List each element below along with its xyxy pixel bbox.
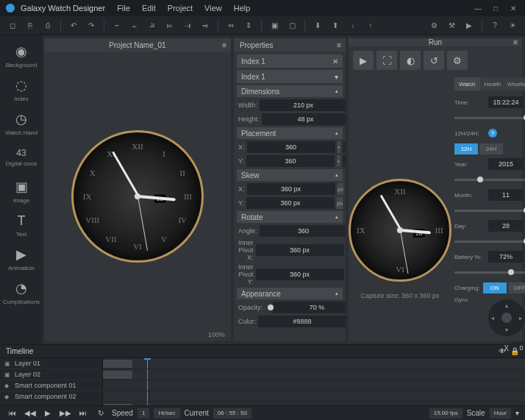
align-left-icon[interactable]: ⫟: [109, 18, 125, 33]
tool-background[interactable]: ◉Background: [3, 40, 40, 72]
tool-watch-hand[interactable]: ◷Watch Hand: [3, 107, 40, 140]
width-input[interactable]: [260, 99, 346, 111]
panel-menu-icon[interactable]: ≡: [222, 41, 226, 49]
bring-forward-icon[interactable]: ↑: [362, 18, 379, 33]
layer-row[interactable]: ◆Smart component 01: [0, 380, 102, 391]
menu-help[interactable]: Help: [234, 4, 251, 13]
toolbar-save[interactable]: ⎙: [40, 18, 56, 33]
month-slider[interactable]: [454, 210, 525, 212]
menu-project[interactable]: Project: [168, 4, 193, 13]
tool-complications[interactable]: ◔Complications: [3, 277, 40, 309]
track-row[interactable]: [103, 402, 525, 405]
skew-y-input[interactable]: [246, 197, 335, 209]
track-row[interactable]: [103, 369, 525, 380]
panel-menu-icon[interactable]: ≡: [337, 41, 341, 49]
menu-file[interactable]: File: [117, 4, 130, 13]
bring-front-icon[interactable]: ⬆: [327, 18, 343, 33]
brightness-icon[interactable]: ☀: [504, 18, 521, 33]
lock-icon[interactable]: 🔒: [510, 347, 519, 355]
history-button[interactable]: ↺: [424, 51, 444, 70]
next-button[interactable]: ▶▶: [59, 408, 72, 419]
panel-menu-icon[interactable]: ≡: [513, 38, 518, 46]
tool-text[interactable]: TText: [3, 209, 40, 241]
tool-digital-clock[interactable]: 43Digital clock: [3, 141, 40, 174]
minimize-button[interactable]: —: [472, 4, 484, 13]
tool-animation[interactable]: ▶Animation: [3, 243, 40, 275]
pivot-y-input[interactable]: [256, 268, 344, 280]
settings-icon[interactable]: ⚙: [426, 18, 442, 33]
ungroup-icon[interactable]: ▢: [284, 18, 300, 33]
x-input[interactable]: [247, 141, 335, 153]
send-backward-icon[interactable]: ↓: [345, 18, 361, 33]
send-back-icon[interactable]: ⬇: [310, 18, 326, 33]
rewind-button[interactable]: ⏮: [6, 408, 19, 419]
section-rotate[interactable]: Rotate▴: [237, 211, 343, 223]
angle-input[interactable]: [260, 225, 346, 237]
component-select[interactable]: Index 1✕: [237, 54, 343, 68]
align-bottom-icon[interactable]: ⫤: [197, 18, 213, 33]
layer-row[interactable]: ▣Layer 01: [0, 358, 102, 369]
scale-select[interactable]: Hour: [490, 408, 511, 419]
maximize-button[interactable]: □: [490, 4, 501, 13]
close-button[interactable]: ✕: [507, 4, 519, 13]
distribute-v-icon[interactable]: ⇕: [240, 18, 257, 33]
12h-toggle[interactable]: 12H: [454, 143, 478, 154]
tool-index[interactable]: ◌Index: [3, 74, 40, 106]
height-input[interactable]: [262, 113, 346, 125]
toolbar-new[interactable]: ◻: [4, 18, 21, 33]
play-button[interactable]: ▶: [353, 51, 374, 70]
section-appearance[interactable]: Appearance▴: [237, 288, 343, 299]
track-row[interactable]: [103, 391, 525, 402]
charging-off[interactable]: OFF: [508, 282, 525, 293]
tab-health[interactable]: Health: [480, 77, 506, 90]
gyro-dpad[interactable]: ▴ ▾ ◂ ▸: [488, 299, 525, 336]
group-icon[interactable]: ▣: [266, 18, 282, 33]
tool-image[interactable]: ▣Image: [3, 175, 40, 207]
speed-value[interactable]: 1: [138, 408, 149, 419]
align-right-icon[interactable]: ⫡: [144, 18, 160, 33]
menu-view[interactable]: View: [204, 4, 222, 13]
watch-canvas[interactable]: XII III VI IX I II IV V VII VIII X XI 28: [71, 130, 204, 263]
section-skew[interactable]: Skew▴: [237, 169, 343, 181]
help-icon[interactable]: ?: [488, 129, 497, 138]
toolbar-open[interactable]: ⎘: [22, 18, 38, 33]
24h-toggle[interactable]: 24H: [479, 143, 503, 154]
capture-button[interactable]: ⛶: [376, 51, 397, 70]
loop-button[interactable]: ↻: [94, 408, 107, 419]
component-select2[interactable]: Index 1▾: [237, 70, 343, 83]
tab-weather[interactable]: Weather: [505, 77, 525, 90]
charging-on[interactable]: ON: [483, 282, 507, 293]
build-icon[interactable]: ⚒: [443, 18, 460, 33]
skew-x-input[interactable]: [247, 183, 335, 195]
track-row[interactable]: [103, 380, 525, 391]
eye-icon[interactable]: 👁: [499, 347, 506, 355]
day-slider[interactable]: [454, 241, 525, 243]
battery-slider[interactable]: [454, 271, 525, 274]
align-top-icon[interactable]: ⫢: [162, 18, 178, 33]
prev-button[interactable]: ◀◀: [24, 408, 37, 419]
menu-edit[interactable]: Edit: [142, 4, 156, 13]
y-input[interactable]: [246, 155, 335, 167]
pivot-x-input[interactable]: [256, 244, 344, 256]
help-icon[interactable]: ?: [487, 18, 503, 33]
section-placement[interactable]: Placement▴: [237, 127, 343, 139]
gear-button[interactable]: ⚙: [447, 51, 468, 70]
section-dimensions[interactable]: Dimensions▴: [237, 85, 343, 97]
toolbar-redo[interactable]: ↷: [83, 18, 99, 33]
tab-watch[interactable]: Watch: [454, 77, 480, 90]
run-icon[interactable]: ▶: [461, 18, 477, 33]
layer-row[interactable]: ◆Smart component 02: [0, 391, 102, 402]
time-slider[interactable]: [454, 117, 525, 119]
year-slider[interactable]: [454, 179, 525, 181]
contrast-button[interactable]: ◐: [400, 51, 421, 70]
align-center-icon[interactable]: ⫠: [126, 18, 143, 33]
end-button[interactable]: ⏭: [76, 408, 90, 419]
layer-row[interactable]: ▣Layer 02: [0, 369, 102, 380]
toolbar-undo[interactable]: ↶: [65, 18, 82, 33]
zoom-level[interactable]: 100%: [208, 331, 225, 338]
color-input[interactable]: [258, 316, 346, 327]
distribute-h-icon[interactable]: ⇔: [223, 18, 239, 33]
play-timeline-button[interactable]: ▶: [41, 408, 54, 419]
align-middle-icon[interactable]: ⫣: [179, 18, 196, 33]
track-row[interactable]: [103, 358, 525, 369]
